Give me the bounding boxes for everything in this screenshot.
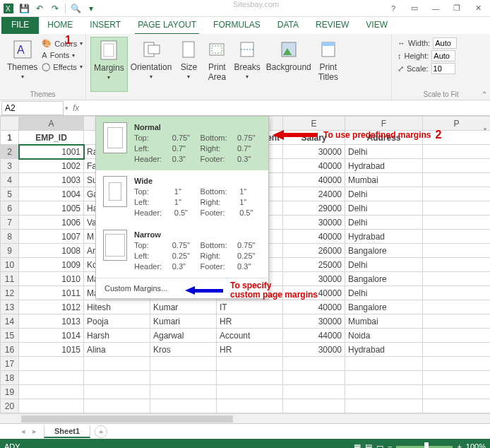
cell[interactable] <box>84 371 150 385</box>
row-header[interactable]: 6 <box>1 201 19 216</box>
cell[interactable]: Kros <box>150 343 217 357</box>
scale-input[interactable] <box>431 63 455 74</box>
cell[interactable]: 44000 <box>283 329 345 343</box>
cell[interactable]: 25000 <box>283 258 345 272</box>
colors-button[interactable]: 🎨Colors▾ <box>40 38 84 49</box>
cell[interactable]: 1013 <box>19 314 84 329</box>
cell[interactable]: Hydrabad <box>345 159 423 173</box>
cell[interactable] <box>423 371 491 385</box>
tab-page-layout[interactable]: PAGE LAYOUT <box>129 17 205 34</box>
cell[interactable]: 40000 <box>283 173 345 187</box>
view-page-layout-icon[interactable]: ▤ <box>365 442 372 449</box>
cell[interactable] <box>283 371 345 385</box>
cell[interactable] <box>423 343 491 357</box>
cell[interactable]: HR <box>217 343 283 357</box>
cell[interactable]: 30000 <box>283 145 345 159</box>
scrollbar-thumb[interactable] <box>21 415 233 423</box>
row-header[interactable]: 16 <box>1 343 19 357</box>
cell[interactable] <box>19 357 84 371</box>
cell[interactable]: Delhi <box>345 286 423 300</box>
cell[interactable] <box>423 357 491 371</box>
cell[interactable]: 1008 <box>19 244 84 258</box>
cell[interactable]: 29000 <box>283 201 345 216</box>
formula-bar-expand-icon[interactable]: ˅ <box>483 127 487 137</box>
cell[interactable] <box>423 329 491 343</box>
tab-home[interactable]: HOME <box>39 17 81 34</box>
scale-pct[interactable]: ⤢Scale: <box>396 62 486 75</box>
qat-dropdown-icon[interactable]: ▾ <box>85 3 97 14</box>
cell[interactable] <box>345 385 423 399</box>
orientation-button[interactable]: Orientation▾ <box>128 37 175 98</box>
undo-icon[interactable]: ↶ <box>34 3 45 14</box>
cell[interactable] <box>345 399 423 413</box>
cell[interactable] <box>84 399 150 413</box>
tab-review[interactable]: REVIEW <box>307 17 357 34</box>
restore-icon[interactable]: ❐ <box>448 1 466 16</box>
cell[interactable]: Delhi <box>345 187 423 201</box>
cell[interactable]: 1003 <box>19 173 84 187</box>
cell[interactable]: Hydrabad <box>345 343 423 357</box>
print-titles-button[interactable]: Print Titles <box>314 37 342 98</box>
cell[interactable] <box>423 258 491 272</box>
cell[interactable]: Delhi <box>345 145 423 159</box>
cell[interactable]: Delhi <box>345 258 423 272</box>
row-header[interactable]: 19 <box>1 385 19 399</box>
cell[interactable]: 1006 <box>19 216 84 230</box>
cell[interactable]: Noida <box>345 329 423 343</box>
cell[interactable]: 1014 <box>19 329 84 343</box>
margins-option-wide[interactable]: Wide Top:1"Bottom:1" Left:1"Right:1" Hea… <box>96 170 268 224</box>
cell[interactable] <box>84 385 150 399</box>
close-icon[interactable]: ✕ <box>469 1 487 16</box>
zoom-in-icon[interactable]: + <box>457 442 461 448</box>
row-header[interactable]: 4 <box>1 173 19 187</box>
zoom-slider[interactable] <box>396 446 453 448</box>
cell[interactable]: 1011 <box>19 286 84 300</box>
cell[interactable]: Hydrabad <box>345 230 423 244</box>
cell[interactable]: 1015 <box>19 343 84 357</box>
cell[interactable]: Bangalore <box>345 244 423 258</box>
row-header[interactable]: 7 <box>1 216 19 230</box>
zoom-level[interactable]: 100% <box>466 442 486 448</box>
cell[interactable] <box>150 371 217 385</box>
cell[interactable] <box>423 399 491 413</box>
cell[interactable] <box>283 385 345 399</box>
cell[interactable]: Kumari <box>150 314 217 329</box>
sheet-tab[interactable]: Sheet1 <box>44 425 90 438</box>
cell[interactable] <box>423 314 491 329</box>
horizontal-scrollbar[interactable] <box>0 413 490 423</box>
print-area-button[interactable]: Print Area <box>203 37 231 98</box>
height-input[interactable] <box>431 50 455 61</box>
cell[interactable] <box>423 244 491 258</box>
cell[interactable] <box>423 173 491 187</box>
row-header[interactable]: 12 <box>1 286 19 300</box>
cell[interactable]: HR <box>217 314 283 329</box>
breaks-button[interactable]: Breaks▾ <box>231 37 263 98</box>
cell[interactable] <box>423 230 491 244</box>
cell[interactable] <box>19 385 84 399</box>
cell[interactable] <box>423 201 491 216</box>
row-header[interactable]: 17 <box>1 357 19 371</box>
cell[interactable]: Account <box>217 329 283 343</box>
cell[interactable]: 1007 <box>19 230 84 244</box>
row-header[interactable]: 15 <box>1 329 19 343</box>
cell[interactable] <box>217 385 283 399</box>
cell[interactable]: Mumbai <box>345 314 423 329</box>
cell[interactable]: 40000 <box>283 300 345 314</box>
cell[interactable]: Kumar <box>150 300 217 314</box>
cell[interactable]: Hitesh <box>84 300 150 314</box>
cell[interactable] <box>217 357 283 371</box>
background-button[interactable]: Background <box>263 37 314 98</box>
cell[interactable]: Harsh <box>84 329 150 343</box>
tab-data[interactable]: DATA <box>269 17 307 34</box>
row-header[interactable]: 3 <box>1 159 19 173</box>
col-header[interactable]: A <box>19 117 84 131</box>
cell[interactable]: 1002 <box>19 159 84 173</box>
cell[interactable]: 1010 <box>19 272 84 286</box>
name-box[interactable] <box>1 101 64 115</box>
themes-button[interactable]: A Themes ▾ <box>4 37 40 81</box>
cell[interactable]: 24000 <box>283 187 345 201</box>
minimize-icon[interactable]: — <box>426 1 445 16</box>
cell[interactable]: Agarwal <box>150 329 217 343</box>
margins-option-normal[interactable]: Normal Top:0.75"Bottom:0.75" Left:0.7"Ri… <box>96 117 268 170</box>
row-header[interactable]: 18 <box>1 371 19 385</box>
